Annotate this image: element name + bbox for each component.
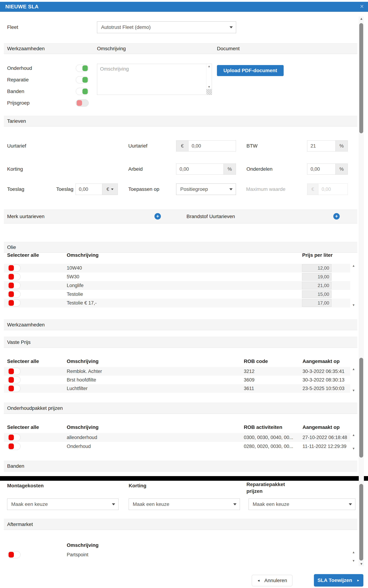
- maximum-waarde-input[interactable]: 0,00: [318, 183, 348, 195]
- textarea-scrollbar[interactable]: ▲ ▼: [206, 64, 212, 89]
- scroll-down-icon[interactable]: ▼: [206, 85, 212, 88]
- toeslag-input[interactable]: 0,00: [75, 183, 102, 195]
- price-input[interactable]: 17,00: [302, 299, 331, 307]
- rob-activiteiten-cell: 0280, 0020, 0030, 00...: [244, 442, 293, 451]
- onderdelen-input[interactable]: 0,00: [307, 164, 336, 175]
- annuleren-label: Annuleren: [264, 578, 287, 583]
- price-input[interactable]: 21,00: [302, 282, 331, 289]
- price-input[interactable]: 12,00: [302, 264, 331, 272]
- toepassen-op-label: Toepassen op: [128, 186, 159, 193]
- chevron-down-icon: [112, 503, 115, 505]
- toggle-reparatie[interactable]: [76, 76, 89, 83]
- scroll-up-icon[interactable]: ▲: [206, 65, 212, 68]
- row-toggle[interactable]: [8, 376, 20, 384]
- currency-addon: €: [176, 140, 188, 152]
- arrow-right-icon: ►: [357, 579, 360, 582]
- table-row: Onderhoud 0280, 0020, 0030, 00... 11-11-…: [4, 442, 350, 451]
- row-toggle[interactable]: [8, 368, 20, 375]
- table-row: Brst hoofdfilte 3609 30-3-2022 08:30:13: [4, 376, 350, 384]
- add-brandstof-uurtarief-icon[interactable]: +: [333, 213, 340, 220]
- scroll-down-icon[interactable]: ▼: [359, 562, 364, 566]
- scroll-down-icon[interactable]: ▼: [350, 447, 357, 451]
- textarea-placeholder: Omschrijving: [100, 66, 129, 72]
- toggle-knob: [9, 291, 14, 297]
- scroll-up-icon[interactable]: ▲: [350, 367, 357, 371]
- price-input[interactable]: 15,00: [302, 290, 331, 298]
- price-input[interactable]: 19,00: [302, 273, 331, 281]
- row-toggle[interactable]: [8, 299, 20, 307]
- rob-code-cell: 3609: [244, 376, 255, 384]
- toeslag-unit-value: €: [106, 187, 109, 192]
- section-banden-header: Banden: [4, 461, 357, 472]
- table-row: Luchtfilter 3611 23-5-2025 10:50:03: [4, 384, 350, 393]
- toggle-label-prijsgroep: Prijsgroep: [7, 99, 29, 106]
- row-toggle[interactable]: [8, 443, 20, 450]
- toeslag-unit-select[interactable]: €: [102, 183, 118, 195]
- arbeid-input[interactable]: 0,00: [176, 164, 224, 175]
- sla-toewijzen-button[interactable]: SLA Toewijzen ►: [314, 574, 363, 587]
- percent-addon: %: [335, 140, 348, 152]
- montagekosten-select[interactable]: Maak een keuze: [7, 499, 119, 510]
- toepassen-op-select[interactable]: Positiegroep: [176, 183, 236, 195]
- row-label: Luchtfilter: [67, 384, 88, 393]
- row-toggle[interactable]: [8, 282, 20, 289]
- row-toggle[interactable]: [8, 551, 20, 558]
- vp-col-select: Selecteer alle: [7, 358, 39, 365]
- scrollbar-thumb[interactable]: [359, 358, 363, 458]
- op-col-rob: ROB activiteiten: [244, 424, 282, 431]
- fleet-select[interactable]: Autotrust Fleet (demo): [97, 21, 236, 33]
- row-label: Partspoint: [67, 550, 88, 559]
- reparatiepakket-select[interactable]: Maak een keuze: [248, 499, 355, 510]
- toggle-banden[interactable]: [76, 88, 89, 95]
- arbeid-label: Arbeid: [128, 165, 143, 173]
- aftermarket-list-scrollbar[interactable]: ▲ ▼: [350, 550, 357, 563]
- upload-pdf-button[interactable]: Upload PDF-document: [217, 65, 284, 76]
- toggle-knob: [77, 100, 82, 106]
- row-toggle[interactable]: [8, 434, 20, 441]
- korting-banden-select[interactable]: Maak een keuze: [129, 499, 240, 510]
- arrow-left-icon: ◄: [257, 579, 260, 582]
- toggle-knob: [9, 443, 14, 449]
- merk-uurtarieven-title: Merk uurtarieven: [7, 214, 45, 219]
- olie-list-scrollbar[interactable]: ▲ ▼: [350, 264, 357, 307]
- toggle-onderhoud[interactable]: [76, 65, 89, 72]
- resize-handle[interactable]: [206, 89, 212, 95]
- toggle-knob: [9, 274, 14, 280]
- vp-col-omschrijving: Omschrijving: [67, 358, 99, 365]
- close-icon[interactable]: ×: [360, 2, 364, 11]
- add-merk-uurtarief-icon[interactable]: +: [155, 213, 161, 220]
- percent-addon: %: [223, 164, 236, 175]
- toggle-knob: [9, 386, 14, 391]
- scroll-up-icon[interactable]: ▲: [350, 264, 357, 268]
- row-label: Remblok. Achter: [67, 367, 102, 376]
- onderhoudpakket-list-scrollbar[interactable]: ▲ ▼: [350, 433, 357, 451]
- scroll-down-icon[interactable]: ▼: [350, 303, 357, 307]
- annuleren-button[interactable]: ◄ Annuleren: [252, 575, 292, 586]
- korting-banden-value: Maak een keuze: [133, 501, 169, 507]
- row-toggle[interactable]: [8, 273, 20, 280]
- scroll-down-icon[interactable]: ▼: [350, 389, 357, 392]
- scroll-up-icon[interactable]: ▲: [359, 17, 364, 21]
- row-toggle[interactable]: [8, 291, 20, 298]
- rob-code-cell: 3611: [244, 384, 254, 393]
- row-toggle[interactable]: [8, 385, 20, 392]
- table-row: 5W30 19,00: [4, 272, 350, 281]
- scroll-up-icon[interactable]: ▲: [350, 433, 357, 437]
- vaste-prijs-list-scrollbar[interactable]: ▲ ▼: [350, 367, 357, 393]
- toggle-label-reparatie: Reparatie: [7, 76, 29, 83]
- toggle-label-onderhoud: Onderhoud: [7, 65, 32, 72]
- row-toggle[interactable]: [8, 264, 20, 271]
- scrollbar-thumb[interactable]: [359, 484, 363, 560]
- scroll-up-icon[interactable]: ▲: [350, 550, 357, 554]
- uurtarief-input[interactable]: 0,00: [188, 140, 236, 152]
- row-label: Onderhoud: [67, 442, 91, 451]
- toggle-knob: [9, 434, 14, 440]
- scroll-down-icon[interactable]: ▼: [350, 559, 357, 563]
- fleet-label: Fleet: [7, 24, 18, 31]
- toggle-prijsgroep[interactable]: [76, 99, 89, 106]
- scrollbar-thumb[interactable]: [359, 23, 363, 133]
- onderdelen-label: Onderdelen: [247, 165, 272, 173]
- fleet-select-value: Autotrust Fleet (demo): [101, 24, 151, 30]
- omschrijving-textarea[interactable]: Omschrijving ▲ ▼: [97, 64, 212, 95]
- btw-input[interactable]: 21: [307, 140, 336, 152]
